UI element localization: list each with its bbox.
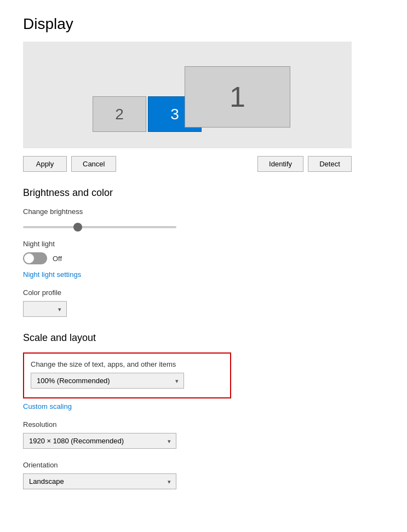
color-profile-select[interactable] — [23, 301, 67, 317]
monitor-2[interactable]: 2 — [93, 96, 146, 132]
brightness-color-section: Brightness and color Change brightness N… — [23, 187, 384, 317]
scale-layout-section: Scale and layout Change the size of text… — [23, 332, 384, 489]
brightness-slider[interactable] — [23, 226, 176, 228]
detect-button[interactable]: Detect — [308, 156, 352, 172]
display-buttons-row: Apply Cancel Identify Detect — [23, 156, 352, 172]
orientation-label: Orientation — [23, 461, 384, 469]
display-area: 2 3 1 — [23, 42, 352, 148]
brightness-color-title: Brightness and color — [23, 187, 384, 199]
toggle-knob — [24, 253, 34, 263]
resolution-dropdown-wrapper: 1920 × 1080 (Recommended) 1600 × 900 128… — [23, 433, 176, 449]
orientation-dropdown-wrapper: Landscape Portrait Landscape (flipped) P… — [23, 473, 176, 489]
night-light-toggle-row: Off — [23, 252, 384, 264]
identify-button[interactable]: Identify — [257, 156, 303, 172]
custom-scaling-link[interactable]: Custom scaling — [23, 402, 72, 410]
night-light-toggle[interactable] — [23, 252, 47, 264]
resolution-label: Resolution — [23, 420, 384, 429]
orientation-select[interactable]: Landscape Portrait Landscape (flipped) P… — [23, 473, 176, 489]
page-title: Display — [23, 15, 384, 33]
cancel-button[interactable]: Cancel — [71, 156, 116, 172]
scale-layout-title: Scale and layout — [23, 332, 384, 344]
night-light-label: Night light — [23, 240, 384, 248]
night-light-state: Off — [53, 255, 62, 263]
color-profile-label: Color profile — [23, 288, 384, 297]
color-profile-dropdown-wrapper: ▾ — [23, 301, 67, 317]
right-buttons: Identify Detect — [257, 156, 352, 172]
resolution-field: Resolution 1920 × 1080 (Recommended) 160… — [23, 420, 384, 449]
resolution-select[interactable]: 1920 × 1080 (Recommended) 1600 × 900 128… — [23, 433, 176, 449]
brightness-label: Change brightness — [23, 207, 384, 216]
orientation-field: Orientation Landscape Portrait Landscape… — [23, 461, 384, 489]
scale-box-label: Change the size of text, apps, and other… — [31, 360, 223, 368]
scale-box: Change the size of text, apps, and other… — [23, 352, 231, 398]
night-light-settings-link[interactable]: Night light settings — [23, 270, 81, 279]
apply-button[interactable]: Apply — [23, 156, 67, 172]
scale-select[interactable]: 100% (Recommended) 125% 150% 175% — [31, 373, 184, 389]
monitor-1[interactable]: 1 — [185, 66, 290, 128]
scale-dropdown-wrapper: 100% (Recommended) 125% 150% 175% ▾ — [31, 373, 184, 389]
brightness-slider-container — [23, 221, 176, 230]
